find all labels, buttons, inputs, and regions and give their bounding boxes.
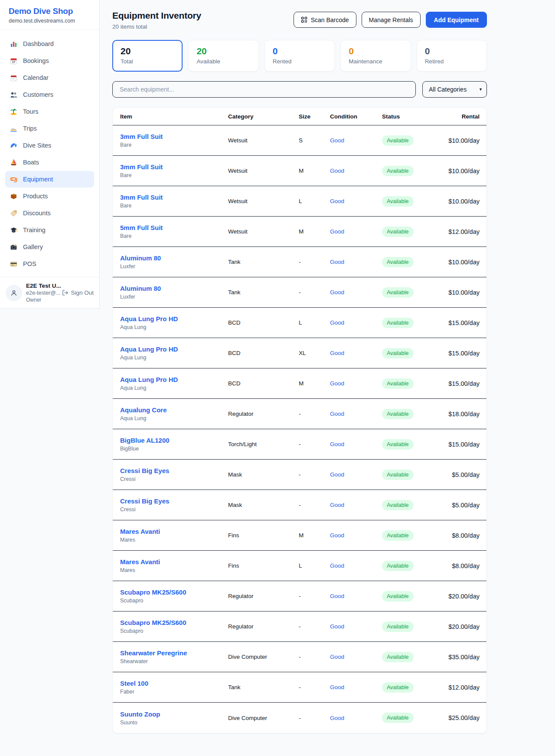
sidebar-item-label: Calendar [23,73,49,82]
search-input[interactable] [112,81,416,98]
sidebar-item-calendar[interactable]: Calendar [5,69,94,86]
user-info: E2E Test U... e2e-tester@... Owner [26,283,58,303]
sign-out-button[interactable]: Sign Out [62,289,94,296]
item-name-link[interactable]: Mares Avanti [120,558,228,565]
item-brand: Luxfer [120,294,228,300]
sidebar-item-equipment[interactable]: Equipment [5,171,94,187]
item-size: L [299,562,330,569]
trips-icon [10,125,18,132]
status-badge: Available [382,561,414,571]
item-name-link[interactable]: Aqua Lung Pro HD [120,345,228,353]
sidebar-item-customers[interactable]: Customers [5,86,94,103]
item-cell: 3mm Full Suit Bare [120,163,228,178]
status-badge: Available [382,591,414,602]
sign-out-label: Sign Out [71,289,94,296]
item-condition-link[interactable]: Good [330,380,382,387]
item-name-link[interactable]: Aqua Lung Pro HD [120,376,228,383]
item-condition-link[interactable]: Good [330,411,382,417]
brand-domain: demo.test.divestreams.com [9,18,91,24]
sidebar-item-boats[interactable]: Boats [5,154,94,171]
item-condition-link[interactable]: Good [330,593,382,599]
item-name-link[interactable]: Aluminum 80 [120,254,228,262]
item-cell: Scubapro MK25/S600 Scubapro [120,619,228,634]
table-row: BigBlue AL1200 BigBlue Torch/Light - Goo… [113,429,486,460]
status-badge: Available [382,652,414,662]
item-brand: Scubapro [120,628,228,634]
item-condition-link[interactable]: Good [330,502,382,508]
status-cell: Available [382,135,445,146]
item-name-link[interactable]: Aqualung Core [120,406,228,414]
item-name-link[interactable]: 3mm Full Suit [120,133,228,140]
sidebar-item-dashboard[interactable]: Dashboard [5,36,94,52]
item-condition-link[interactable]: Good [330,137,382,144]
sidebar-item-trips[interactable]: Trips [5,120,94,137]
stat-card-maintenance[interactable]: 0 Maintenance [340,40,411,72]
training-icon [10,227,18,234]
stat-card-retired[interactable]: 0 Retired [417,40,487,72]
sidebar-item-products[interactable]: Products [5,188,94,204]
stat-card-total[interactable]: 20 Total [112,40,183,72]
item-condition-link[interactable]: Good [330,441,382,447]
brand-name[interactable]: Demo Dive Shop [9,7,91,16]
item-condition-link[interactable]: Good [330,168,382,174]
item-condition-link[interactable]: Good [330,259,382,265]
item-brand: Aqua Lung [120,415,228,421]
item-cell: Steel 100 Faber [120,680,228,695]
item-name-link[interactable]: Scubapro MK25/S600 [120,588,228,596]
category-select[interactable]: All Categories [422,81,487,98]
item-cell: Aqua Lung Pro HD Aqua Lung [120,315,228,330]
stat-card-available[interactable]: 20 Available [188,40,258,72]
add-equipment-button[interactable]: Add Equipment [426,12,487,28]
sidebar-item-training[interactable]: Training [5,222,94,238]
status-badge: Available [382,166,414,176]
item-condition-link[interactable]: Good [330,684,382,690]
stat-card-rented[interactable]: 0 Rented [264,40,335,72]
item-name-link[interactable]: Shearwater Peregrine [120,649,228,657]
item-condition-link[interactable]: Good [330,350,382,356]
item-condition-link[interactable]: Good [330,715,382,721]
table-row: Shearwater Peregrine Shearwater Dive Com… [113,642,486,672]
item-name-link[interactable]: Suunto Zoop [120,710,228,718]
scan-barcode-button[interactable]: Scan Barcode [294,12,356,28]
sidebar-item-pos[interactable]: POS [5,256,94,272]
manage-rentals-button[interactable]: Manage Rentals [362,12,421,28]
user-email: e2e-tester@... [26,290,58,296]
item-size: S [299,137,330,144]
item-condition-link[interactable]: Good [330,532,382,539]
item-condition-link[interactable]: Good [330,562,382,569]
sidebar-item-dive-sites[interactable]: Dive Sites [5,137,94,154]
table-row: Aqualung Core Aqua Lung Regulator - Good… [113,399,486,429]
item-cell: Suunto Zoop Suunto [120,710,228,726]
item-cell: Aqua Lung Pro HD Aqua Lung [120,376,228,391]
item-name-link[interactable]: Aluminum 80 [120,285,228,292]
item-brand: Cressi [120,506,228,513]
item-name-link[interactable]: Scubapro MK25/S600 [120,619,228,626]
item-name-link[interactable]: BigBlue AL1200 [120,437,228,444]
item-name-link[interactable]: 3mm Full Suit [120,163,228,171]
item-name-link[interactable]: Cressi Big Eyes [120,497,228,505]
item-name-link[interactable]: Aqua Lung Pro HD [120,315,228,322]
table-row: Mares Avanti Mares Fins L Good Available… [113,551,486,581]
item-condition-link[interactable]: Good [330,319,382,326]
sign-out-icon [62,289,69,296]
item-name-link[interactable]: 5mm Full Suit [120,224,228,231]
item-condition-link[interactable]: Good [330,471,382,478]
item-name-link[interactable]: Cressi Big Eyes [120,467,228,474]
item-condition-link[interactable]: Good [330,228,382,235]
item-condition-link[interactable]: Good [330,623,382,630]
item-condition-link[interactable]: Good [330,654,382,660]
stats-row: 20 Total 20 Available 0 Rented 0 [112,40,487,72]
item-name-link[interactable]: Mares Avanti [120,528,228,535]
sidebar-item-tours[interactable]: Tours [5,103,94,120]
item-condition-link[interactable]: Good [330,198,382,204]
item-name-link[interactable]: 3mm Full Suit [120,194,228,201]
item-condition-link[interactable]: Good [330,289,382,296]
status-badge: Available [382,257,414,267]
sidebar-item-discounts[interactable]: Discounts [5,205,94,221]
sidebar-item-bookings[interactable]: Bookings [5,53,94,69]
item-brand: Aqua Lung [120,324,228,330]
stat-label: Available [196,58,250,65]
sidebar-item-gallery[interactable]: Gallery [5,239,94,255]
item-category: Fins [228,532,299,539]
item-name-link[interactable]: Steel 100 [120,680,228,687]
